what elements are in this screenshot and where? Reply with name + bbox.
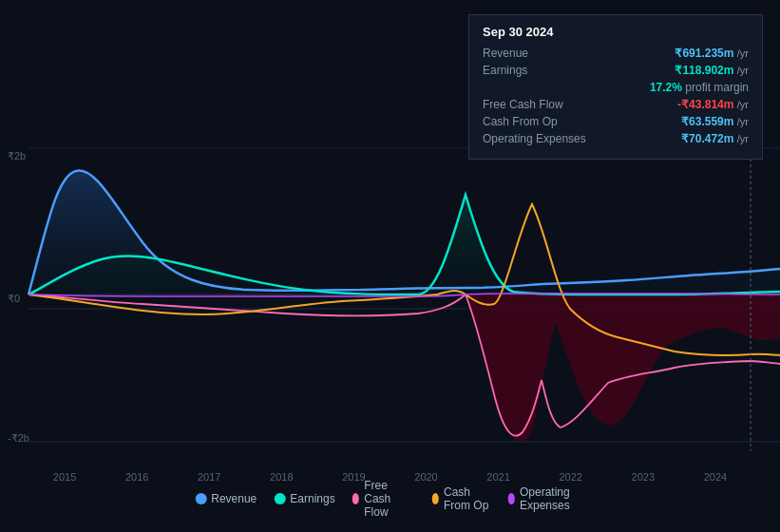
legend-fcf[interactable]: Free Cash Flow xyxy=(352,479,415,519)
tooltip-margin-value: 17.2% profit margin xyxy=(650,81,749,94)
tooltip-opex-label: Operating Expenses xyxy=(483,132,597,145)
x-label-2015: 2015 xyxy=(53,471,76,483)
tooltip-revenue-value: ₹691.235m /yr xyxy=(675,47,749,60)
tooltip-margin-row: 17.2% profit margin xyxy=(483,81,749,94)
tooltip-fcf-value: -₹43.814m /yr xyxy=(677,98,749,111)
tooltip-opex-row: Operating Expenses ₹70.472m /yr xyxy=(483,132,749,145)
legend-earnings[interactable]: Earnings xyxy=(274,492,334,505)
tooltip-earnings-row: Earnings ₹118.902m /yr xyxy=(483,64,749,77)
tooltip-revenue-row: Revenue ₹691.235m /yr xyxy=(483,47,749,60)
legend-fcf-dot xyxy=(352,493,360,504)
tooltip-earnings-label: Earnings xyxy=(483,64,597,77)
legend-revenue-dot xyxy=(195,493,206,504)
tooltip-cashop-value: ₹63.559m /yr xyxy=(681,115,749,128)
legend-revenue-label: Revenue xyxy=(211,492,257,505)
fcf-negative-area xyxy=(466,294,780,442)
tooltip-cashop-label: Cash From Op xyxy=(483,115,597,128)
x-label-2024: 2024 xyxy=(704,471,727,483)
legend-revenue[interactable]: Revenue xyxy=(195,492,257,505)
legend-opex-label: Operating Expenses xyxy=(520,485,585,512)
legend-cashop-dot xyxy=(431,493,439,504)
legend-cashop[interactable]: Cash From Op xyxy=(431,485,490,512)
tooltip-date: Sep 30 2024 xyxy=(483,25,749,39)
tooltip-earnings-value: ₹118.902m /yr xyxy=(675,64,749,77)
legend-cashop-label: Cash From Op xyxy=(444,485,490,512)
x-label-2016: 2016 xyxy=(125,471,148,483)
x-label-2023: 2023 xyxy=(632,471,655,483)
legend-opex-dot xyxy=(507,493,515,504)
tooltip-fcf-label: Free Cash Flow xyxy=(483,98,597,111)
legend: Revenue Earnings Free Cash Flow Cash Fro… xyxy=(195,479,585,519)
legend-earnings-dot xyxy=(274,493,285,504)
legend-opex[interactable]: Operating Expenses xyxy=(507,485,584,512)
tooltip-opex-value: ₹70.472m /yr xyxy=(681,132,749,145)
legend-fcf-label: Free Cash Flow xyxy=(364,479,414,519)
chart-svg xyxy=(0,147,780,470)
chart-container: Sep 30 2024 Revenue ₹691.235m /yr Earnin… xyxy=(0,0,780,532)
tooltip-box: Sep 30 2024 Revenue ₹691.235m /yr Earnin… xyxy=(468,14,763,160)
legend-earnings-label: Earnings xyxy=(290,492,334,505)
tooltip-revenue-label: Revenue xyxy=(483,47,597,60)
tooltip-cashop-row: Cash From Op ₹63.559m /yr xyxy=(483,115,749,128)
tooltip-fcf-row: Free Cash Flow -₹43.814m /yr xyxy=(483,98,749,111)
